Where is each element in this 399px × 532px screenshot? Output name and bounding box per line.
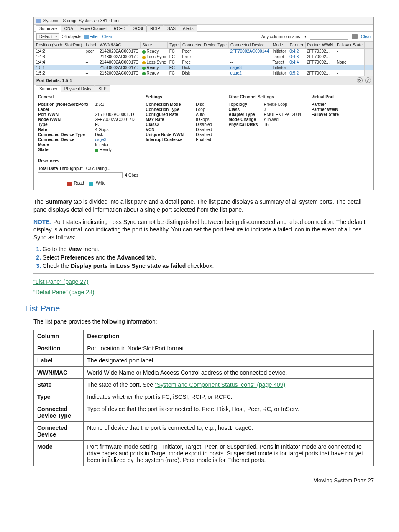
step-2: Select Preferences and the Advanced tab. bbox=[43, 254, 374, 261]
field-value: 4 Gbps bbox=[95, 127, 137, 132]
expand-icon[interactable]: ⤢ bbox=[365, 77, 371, 83]
col-header[interactable]: State bbox=[141, 42, 168, 49]
field-label: Connected Device Type bbox=[38, 132, 91, 137]
legend-read-swatch bbox=[67, 182, 72, 186]
field-label: Topology bbox=[228, 102, 259, 107]
table-row[interactable]: 1:4:2peer21420202AC00017DReadyFCPeer2FF7… bbox=[34, 49, 373, 54]
doc-th-description: Description bbox=[84, 330, 374, 342]
field-value: Disabled bbox=[196, 132, 220, 137]
field-label: Port WWN bbox=[38, 112, 91, 117]
field-value: FC bbox=[95, 122, 137, 127]
column-search-input[interactable] bbox=[310, 33, 348, 40]
field-value: -- bbox=[355, 107, 369, 112]
list-pane-columns-table: Column Description PositionPort location… bbox=[33, 330, 374, 466]
window-titlebar: Systems : Storage Systems : s381 : Ports bbox=[34, 17, 373, 25]
tab-alerts[interactable]: Alerts bbox=[179, 25, 197, 32]
field-value: Loop bbox=[196, 107, 220, 112]
window-title: Systems : Storage Systems : s381 : Ports bbox=[43, 18, 121, 23]
print-icon[interactable] bbox=[352, 34, 358, 39]
chevron-down-icon[interactable]: ▾ bbox=[304, 34, 307, 39]
tab-fibre-channel[interactable]: Fibre Channel bbox=[77, 25, 110, 32]
col-header[interactable]: Position (Node:Slot:Port) bbox=[34, 42, 84, 49]
ports-table: Position (Node:Slot:Port)LabelWWN/MACSta… bbox=[34, 41, 373, 76]
field-value: 8 Gbps bbox=[196, 117, 220, 122]
field-value: -- bbox=[95, 107, 137, 112]
col-header[interactable]: Connected Device bbox=[228, 42, 271, 49]
link-status-icons[interactable]: “System and Component Status Icons” (pag… bbox=[155, 381, 285, 388]
field-value: 21510002AC00017D bbox=[95, 112, 137, 117]
doc-th-column: Column bbox=[34, 330, 84, 342]
field-label: Rate bbox=[38, 127, 91, 132]
filter-button[interactable]: Filter bbox=[84, 34, 99, 39]
field-value: -- bbox=[355, 102, 369, 107]
note-label: NOTE: bbox=[33, 218, 52, 225]
divider bbox=[33, 273, 374, 274]
clear-search-button[interactable]: Clear bbox=[361, 34, 371, 39]
settings-heading: Settings bbox=[146, 95, 220, 100]
tab-sas[interactable]: SAS bbox=[164, 25, 179, 32]
object-count: 36 objects bbox=[62, 34, 82, 39]
legend-write: Write bbox=[96, 181, 105, 185]
field-value: Disk bbox=[196, 102, 220, 107]
field-label: Unique Node WWN bbox=[146, 132, 192, 137]
col-header[interactable]: Label bbox=[84, 42, 98, 49]
throughput-bar bbox=[38, 172, 123, 178]
detail-tab-summary[interactable]: Summary bbox=[36, 85, 61, 92]
link-list-pane[interactable]: “List Pane” (page 27) bbox=[33, 278, 89, 285]
field-value: cage3 bbox=[95, 137, 137, 142]
tab-cna[interactable]: CNA bbox=[61, 25, 77, 32]
doc-table-row: StateThe state of the port. See “System … bbox=[34, 378, 374, 391]
table-row[interactable]: 1:5:1--21510002AC00017DReadyFCDiskcage3I… bbox=[34, 65, 373, 70]
field-label: VCN bbox=[146, 127, 192, 132]
field-value: 2FF70002AC00017D bbox=[95, 117, 137, 122]
table-row[interactable]: 1:4:4--21440002AC00017DLoss SyncFCFree--… bbox=[34, 59, 373, 65]
doc-table-row: TypeIndicates whether the port is FC, iS… bbox=[34, 391, 374, 403]
field-value: Private Loop bbox=[264, 102, 303, 107]
table-row[interactable]: 1:5:2--21520002AC00017DReadyFCDiskcage2I… bbox=[34, 70, 373, 76]
col-header[interactable]: Connected Device Type bbox=[180, 42, 228, 49]
tab-rcip[interactable]: RCIP bbox=[146, 25, 164, 32]
col-header[interactable]: Mode bbox=[271, 42, 288, 49]
doc-table-row: LabelThe designated port label. bbox=[34, 354, 374, 366]
note-paragraph: NOTE: Port states indicating Loss Sync c… bbox=[33, 218, 374, 242]
refresh-icon[interactable]: ⟳ bbox=[357, 77, 363, 83]
field-value: EMULEX LPe12004 bbox=[264, 112, 303, 117]
col-header[interactable]: Type bbox=[168, 42, 181, 49]
field-value: - bbox=[355, 112, 369, 117]
detail-tab-sfp[interactable]: SFP bbox=[95, 85, 110, 92]
field-label: Partner WWN bbox=[312, 107, 351, 112]
general-heading: General bbox=[38, 95, 137, 100]
table-row[interactable]: 1:4:3--21430002AC00017DLoss SyncFCFree--… bbox=[34, 54, 373, 59]
view-dropdown[interactable]: Default bbox=[36, 33, 59, 40]
field-label: Connection Mode bbox=[146, 102, 192, 107]
field-label: Physical Disks bbox=[228, 122, 259, 127]
col-header[interactable]: Partner WWN bbox=[305, 42, 335, 49]
field-label: Mode bbox=[38, 142, 91, 147]
col-header[interactable]: Partner bbox=[288, 42, 305, 49]
list-toolbar: Default 36 objects Filter Clear Any colu… bbox=[34, 32, 373, 41]
col-header[interactable]: WWN/MAC bbox=[98, 42, 140, 49]
detail-panel-header: Port Details: 1:5:1 ⟳ ⤢ bbox=[34, 76, 373, 85]
field-label: Node WWN bbox=[38, 117, 91, 122]
field-value: Initiator bbox=[95, 142, 137, 147]
field-value: 3 bbox=[264, 107, 303, 112]
doc-table-row: Connected DeviceName of device that the … bbox=[34, 421, 374, 440]
field-label: Max Rate bbox=[146, 117, 192, 122]
clear-filter-button[interactable]: Clear bbox=[102, 34, 113, 39]
field-label: Connected Device bbox=[38, 137, 91, 142]
section-heading-list-pane: List Pane bbox=[25, 304, 374, 314]
field-value: Disk bbox=[95, 132, 137, 137]
steps-list: Go to the View menu. Select Preferences … bbox=[33, 246, 374, 269]
page-footer: Viewing System Ports 27 bbox=[33, 477, 374, 483]
link-detail-pane[interactable]: “Detail Pane” (page 28) bbox=[33, 289, 95, 296]
detail-tab-physical-disks[interactable]: Physical Disks bbox=[61, 85, 95, 92]
field-label: Class2 bbox=[146, 122, 192, 127]
field-value: Ready bbox=[95, 147, 137, 152]
throughput-max: 4 Gbps bbox=[125, 173, 138, 177]
tab-iscsi[interactable]: iSCSI bbox=[129, 25, 147, 32]
section-intro: The list pane provides the following inf… bbox=[33, 318, 374, 326]
tab-rcfc[interactable]: RCFC bbox=[110, 25, 129, 32]
col-header[interactable]: Failover State bbox=[335, 42, 365, 49]
field-label: Failover State bbox=[312, 112, 351, 117]
tab-summary[interactable]: Summary bbox=[36, 25, 61, 32]
